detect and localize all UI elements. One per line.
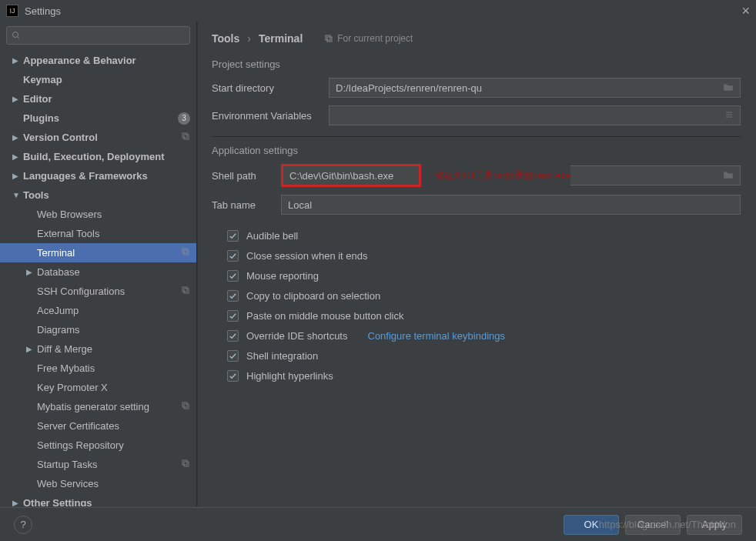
tab-name-input[interactable]: Local — [281, 195, 741, 215]
svg-rect-6 — [184, 289, 189, 293]
sidebar-item-diagrams[interactable]: Diagrams — [0, 320, 196, 339]
svg-rect-5 — [182, 249, 187, 253]
svg-rect-2 — [184, 135, 189, 139]
sidebar-item-server-certificates[interactable]: Server Certificates — [0, 416, 196, 436]
check-row-copy-to-clipboard-on-selection: Copy to clipboard on selection — [227, 286, 741, 306]
sidebar-item-label: Web Services — [37, 478, 99, 489]
sidebar-item-web-browsers[interactable]: Web Browsers — [0, 205, 196, 224]
tree-arrow-icon: ▶ — [26, 268, 35, 276]
sidebar-item-label: Editor — [23, 93, 52, 105]
apply-button[interactable]: Apply — [687, 515, 742, 535]
sidebar-item-keymap[interactable]: Keymap — [0, 70, 196, 89]
check-row-override-ide-shortcuts: Override IDE shortcutsConfigure terminal… — [227, 326, 741, 346]
checkbox[interactable] — [227, 290, 239, 302]
copy-icon — [181, 132, 190, 143]
configure-keybindings-link[interactable]: Configure terminal keybindings — [368, 330, 505, 342]
shell-path-input[interactable]: C:\dev\Git\bin\bash.exe — [281, 164, 421, 187]
breadcrumb-root[interactable]: Tools — [212, 32, 239, 45]
svg-rect-3 — [182, 133, 187, 138]
sidebar-item-label: Plugins — [23, 112, 59, 124]
tree-arrow-icon: ▶ — [12, 499, 22, 506]
sidebar-item-database[interactable]: ▶Database — [0, 262, 196, 282]
sidebar-item-ssh-configurations[interactable]: SSH Configurations — [0, 282, 196, 301]
copy-icon — [181, 401, 190, 412]
checkbox[interactable] — [227, 230, 239, 242]
tree-arrow-icon: ▶ — [12, 133, 22, 142]
close-icon[interactable]: × — [741, 3, 750, 19]
sidebar-item-label: Settings Repository — [37, 439, 124, 451]
sidebar-item-label: Key Promoter X — [37, 382, 108, 393]
tree-arrow-icon: ▶ — [12, 95, 22, 103]
sidebar-item-build-execution-deployment[interactable]: ▶Build, Execution, Deployment — [0, 147, 196, 166]
checkbox[interactable] — [227, 350, 239, 362]
sidebar-item-label: AceJump — [37, 305, 79, 316]
sidebar-item-free-mybatis[interactable]: Free Mybatis — [0, 359, 196, 378]
ok-button[interactable]: OK — [564, 515, 619, 535]
sidebar-item-label: Database — [37, 266, 80, 278]
sidebar-item-version-control[interactable]: ▶Version Control — [0, 128, 196, 147]
sidebar-item-languages-frameworks[interactable]: ▶Languages & Frameworks — [0, 166, 196, 185]
checkbox-label: Close session when it ends — [246, 250, 368, 262]
sidebar: ▶Appearance & BehaviorKeymap▶EditorPlugi… — [0, 22, 197, 506]
checkbox[interactable] — [227, 370, 239, 382]
tree-arrow-icon: ▼ — [12, 191, 22, 199]
folder-icon[interactable] — [723, 170, 734, 182]
check-row-highlight-hyperlinks: Highlight hyperlinks — [227, 366, 741, 386]
sidebar-item-label: Tools — [23, 189, 49, 201]
shell-path-input-tail[interactable] — [570, 165, 741, 185]
sidebar-item-acejump[interactable]: AceJump — [0, 301, 196, 320]
sidebar-item-label: Other Settings — [23, 497, 92, 506]
sidebar-item-label: Terminal — [37, 247, 75, 259]
check-row-audible-bell: Audible bell — [227, 225, 741, 245]
svg-rect-10 — [184, 462, 189, 466]
check-row-mouse-reporting: Mouse reporting — [227, 265, 741, 286]
help-button[interactable]: ? — [14, 516, 32, 534]
sidebar-item-appearance-behavior[interactable]: ▶Appearance & Behavior — [0, 51, 196, 70]
list-icon[interactable] — [724, 110, 734, 122]
sidebar-item-settings-repository[interactable]: Settings Repository — [0, 436, 196, 455]
check-row-paste-on-middle-mouse-button-click: Paste on middle mouse button click — [227, 306, 741, 326]
copy-icon — [181, 286, 190, 297]
checkbox[interactable] — [227, 270, 239, 282]
sidebar-item-label: Diagrams — [37, 324, 80, 336]
section-application-settings: Application settings — [212, 145, 741, 156]
search-icon — [12, 31, 21, 40]
sidebar-item-key-promoter-x[interactable]: Key Promoter X — [0, 378, 196, 397]
sidebar-item-mybatis-generator-setting[interactable]: Mybatis generator setting — [0, 397, 196, 416]
row-environment-variables: Environment Variables — [212, 105, 741, 125]
sidebar-item-web-services[interactable]: Web Services — [0, 474, 196, 493]
sidebar-item-terminal[interactable]: Terminal — [0, 243, 196, 262]
checkbox[interactable] — [227, 310, 239, 322]
sidebar-item-plugins[interactable]: Plugins3 — [0, 109, 196, 128]
sidebar-item-diff-merge[interactable]: ▶Diff & Merge — [0, 339, 196, 359]
sidebar-item-label: Free Mybatis — [37, 362, 95, 374]
tree-arrow-icon: ▶ — [12, 172, 22, 180]
sidebar-item-label: Diff & Merge — [37, 343, 92, 355]
sidebar-item-startup-tasks[interactable]: Startup Tasks — [0, 455, 196, 474]
sidebar-item-editor[interactable]: ▶Editor — [0, 89, 196, 109]
sidebar-item-label: Server Certificates — [37, 420, 119, 432]
svg-rect-9 — [182, 402, 187, 407]
checkbox-label: Highlight hyperlinks — [246, 370, 333, 382]
cancel-button[interactable]: Cancel — [625, 515, 681, 535]
copy-icon — [181, 247, 190, 259]
checkbox[interactable] — [227, 250, 239, 262]
checkbox-list: Audible bellClose session when it endsMo… — [212, 225, 741, 386]
check-row-close-session-when-it-ends: Close session when it ends — [227, 245, 741, 265]
checkbox-label: Override IDE shortcuts — [246, 330, 348, 342]
search-input[interactable] — [6, 26, 190, 45]
sidebar-item-tools[interactable]: ▼Tools — [0, 185, 196, 205]
shell-path-label: Shell path — [212, 170, 281, 182]
folder-icon[interactable] — [723, 82, 734, 94]
sidebar-item-label: Build, Execution, Deployment — [23, 151, 164, 162]
sidebar-item-external-tools[interactable]: External Tools — [0, 224, 196, 243]
start-directory-input[interactable]: D:/IdeaProjects/renren/renren-qu — [329, 78, 741, 98]
tree-arrow-icon: ▶ — [12, 152, 22, 161]
sidebar-item-other-settings[interactable]: ▶Other Settings — [0, 493, 196, 506]
checkbox[interactable] — [227, 330, 239, 342]
sidebar-item-label: Version Control — [23, 132, 98, 143]
env-variables-input[interactable] — [329, 105, 741, 125]
checkbox-label: Paste on middle mouse button click — [246, 310, 404, 322]
settings-tree: ▶Appearance & BehaviorKeymap▶EditorPlugi… — [0, 51, 196, 506]
svg-rect-8 — [184, 404, 189, 409]
